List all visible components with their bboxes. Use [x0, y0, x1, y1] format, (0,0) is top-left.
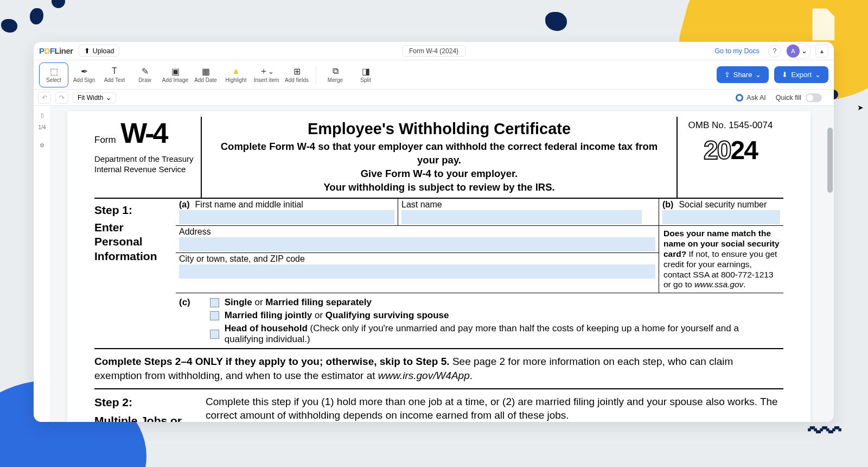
- image-icon: ▣: [171, 66, 180, 76]
- canvas[interactable]: Form W-4 Department of the Treasury Inte…: [51, 106, 834, 422]
- tool-insert[interactable]: ＋⌄Insert item: [252, 62, 281, 87]
- decor-blob: [30, 8, 43, 24]
- tool-merge[interactable]: ⧉Merge: [321, 62, 350, 87]
- tool-add-fields[interactable]: ⊞Add fields: [282, 62, 311, 87]
- ssn-url: www.ssa.gov: [694, 280, 743, 289]
- step2-num: Step 2:: [94, 395, 206, 410]
- upload-button[interactable]: ⬆ Upload: [79, 45, 120, 57]
- app-window: PDFLiner ⬆ Upload Form W-4 (2024) Go to …: [34, 42, 834, 422]
- highlight-icon: ▲: [232, 66, 240, 76]
- tool-draw[interactable]: ✎Draw: [130, 62, 159, 87]
- ask-ai-button[interactable]: Ask AI: [736, 94, 765, 102]
- upload-icon: ⬆: [84, 47, 90, 55]
- user-menu[interactable]: A ⌄: [786, 43, 811, 59]
- subbar: ↶ ↷ Fit Width⌄ Ask AI Quick fill: [34, 90, 834, 106]
- quick-fill-switch[interactable]: [806, 93, 822, 102]
- separator: [316, 66, 316, 84]
- decor-blob: [1, 19, 17, 33]
- chevron-down-icon: ⌄: [755, 71, 761, 79]
- chevron-down-icon: ⌄: [801, 47, 807, 55]
- logo[interactable]: PDFLiner: [39, 46, 73, 55]
- redo-button[interactable]: ↷: [55, 92, 68, 104]
- dept-line1: Department of the Treasury: [94, 154, 201, 165]
- tool-add-sign[interactable]: ✒Add Sign: [69, 62, 99, 87]
- editor-body: ▯ 1/4 ⚙ Form W-4 Department of the Treas…: [34, 106, 834, 422]
- document-page: Form W-4 Department of the Treasury Inte…: [67, 111, 810, 422]
- step2-label: Multiple Jobs or Spouse: [94, 413, 206, 422]
- merge-icon: ⧉: [333, 66, 339, 76]
- share-button[interactable]: ⇪Share⌄: [717, 66, 769, 83]
- tool-split[interactable]: ◨Split: [351, 62, 380, 87]
- chevron-down-icon: ⌄: [815, 71, 821, 79]
- form-header: Form W-4 Department of the Treasury Inte…: [94, 117, 783, 199]
- ai-icon: [736, 94, 743, 102]
- last-name-label: Last name: [401, 200, 442, 209]
- omb-number: OMB No. 1545-0074: [678, 120, 783, 131]
- split-icon: ◨: [362, 66, 370, 76]
- form-year: 2024: [678, 135, 783, 165]
- undo-button[interactable]: ↶: [38, 92, 51, 104]
- tool-add-text[interactable]: TAdd Text: [100, 62, 129, 87]
- ssn-label: Social security number: [679, 200, 767, 209]
- topbar: PDFLiner ⬆ Upload Form W-4 (2024) Go to …: [34, 42, 834, 60]
- tool-add-date[interactable]: ▦Add Date: [191, 62, 220, 87]
- form-label: Form: [94, 135, 116, 146]
- tool-add-image[interactable]: ▣Add Image: [161, 62, 190, 87]
- step2: Step 2: Multiple Jobs or Spouse Complete…: [94, 389, 783, 422]
- chevron-down-icon: ⌄: [106, 94, 111, 102]
- step1-label: Enter Personal Information: [94, 220, 173, 263]
- date-icon: ▦: [202, 66, 210, 76]
- step1-num: Step 1:: [94, 203, 173, 217]
- expand-button[interactable]: ▴: [815, 45, 828, 58]
- insert-icon: ＋⌄: [259, 66, 274, 76]
- export-button[interactable]: ⬇Export⌄: [774, 66, 828, 83]
- steps-note: Complete Steps 2–4 ONLY if they apply to…: [94, 349, 783, 389]
- decor-blob: [52, 0, 65, 8]
- topbar-right: Go to my Docs ? A ⌄ ▴: [710, 43, 828, 59]
- checkbox-married-joint[interactable]: [210, 311, 219, 320]
- form-title: Employee's Withholding Certificate: [209, 120, 669, 138]
- avatar: A: [787, 45, 800, 58]
- dept-line2: Internal Revenue Service: [94, 165, 201, 175]
- tool-select[interactable]: ⬚Select: [39, 62, 68, 87]
- checkbox-single[interactable]: [210, 298, 219, 307]
- document-title[interactable]: Form W-4 (2024): [402, 45, 465, 57]
- cursor-icon: ➤: [857, 103, 864, 112]
- form-sub2: Give Form W-4 to your employer.: [209, 167, 669, 181]
- address-label: Address: [179, 227, 211, 236]
- step2-text: Complete this step if you (1) hold more …: [206, 395, 783, 422]
- scroll-thumb[interactable]: [827, 128, 833, 193]
- download-icon: ⬇: [782, 71, 788, 79]
- share-icon: ⇪: [724, 71, 730, 79]
- goto-docs-link[interactable]: Go to my Docs: [710, 46, 764, 56]
- scrollbar[interactable]: [827, 106, 833, 422]
- form-sub1: Complete Form W-4 so that your employer …: [209, 140, 669, 167]
- help-button[interactable]: ?: [768, 45, 781, 58]
- tool-highlight[interactable]: ▲Highlight: [221, 62, 251, 87]
- pages-icon[interactable]: ▯: [37, 110, 47, 120]
- checkbox-hoh[interactable]: [210, 330, 219, 339]
- page-count: 1/4: [39, 124, 46, 130]
- text-icon: T: [112, 66, 117, 76]
- sign-icon: ✒: [81, 66, 88, 76]
- zoom-select[interactable]: Fit Width⌄: [73, 92, 116, 103]
- left-rail: ▯ 1/4 ⚙: [34, 106, 51, 422]
- select-icon: ⬚: [50, 66, 58, 76]
- last-name-field[interactable]: [401, 210, 642, 224]
- decor-blob: [545, 12, 567, 31]
- ssn-field[interactable]: [662, 210, 780, 224]
- draw-icon: ✎: [142, 66, 149, 76]
- upload-label: Upload: [93, 47, 114, 55]
- form-code: W-4: [120, 120, 167, 147]
- quick-fill-toggle: Quick fill: [776, 93, 822, 102]
- address-field[interactable]: [179, 237, 655, 251]
- first-name-label: First name and middle initial: [195, 200, 303, 209]
- form-sub3: Your withholding is subject to review by…: [209, 181, 669, 194]
- settings-icon[interactable]: ⚙: [37, 140, 47, 150]
- first-name-field[interactable]: [179, 210, 394, 224]
- city-field[interactable]: [179, 264, 655, 279]
- fields-icon: ⊞: [293, 66, 301, 76]
- filing-status: (c)Single or Married filing separately (…: [176, 293, 783, 348]
- decor-pdf-icon: [803, 5, 841, 43]
- toolbar: ⬚Select ✒Add Sign TAdd Text ✎Draw ▣Add I…: [34, 60, 834, 90]
